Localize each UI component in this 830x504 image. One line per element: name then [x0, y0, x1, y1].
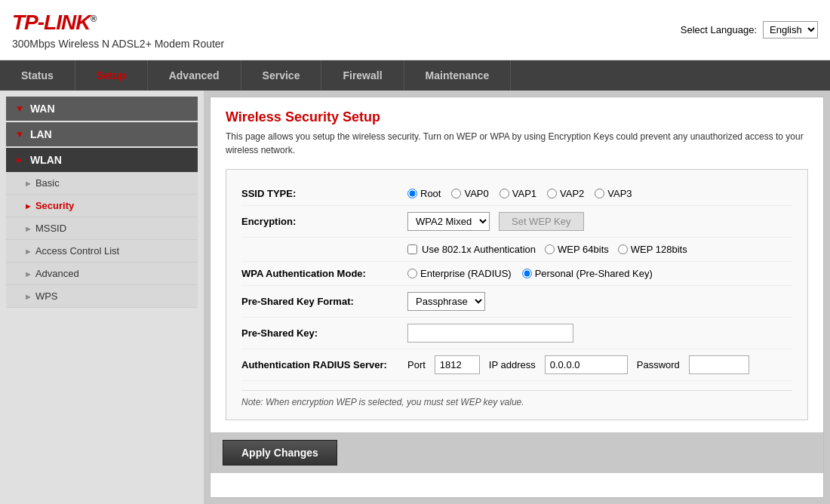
sidebar-item-mssid[interactable]: ►MSSID — [6, 217, 198, 240]
wan-arrow-icon: ▼ — [15, 103, 24, 114]
acl-arrow-icon: ► — [24, 247, 32, 256]
page-title: Wireless Security Setup — [226, 109, 808, 125]
main-content: Wireless Security Setup This page allows… — [210, 97, 824, 498]
encryption-select[interactable]: WPA2 Mixed None WEP WPA WPA2 — [407, 212, 490, 231]
sidebar-wlan-submenu: ►Basic ►Security ►MSSID ►Access Control … — [6, 172, 198, 308]
page-description: This page allows you setup the wireless … — [226, 130, 808, 157]
language-selector[interactable]: Select Language: English — [681, 21, 818, 38]
nav-service[interactable]: Service — [241, 60, 322, 91]
radius-port-input[interactable] — [435, 355, 480, 374]
ssid-root[interactable]: Root — [407, 188, 441, 199]
nav-status[interactable]: Status — [0, 60, 75, 91]
ssid-vap2[interactable]: VAP2 — [547, 188, 584, 199]
sidebar: ▼ WAN ▼ LAN ► WLAN ►Basic ►Security — [0, 91, 204, 504]
psk-row: Pre-Shared Key: — [241, 318, 792, 349]
wpa-personal-radio[interactable] — [522, 269, 532, 278]
nav-firewall[interactable]: Firewall — [321, 60, 404, 91]
sidebar-item-security[interactable]: ►Security — [6, 195, 198, 217]
ssid-type-row: SSID TYPE: Root VAP0 VAP1 VAP2 — [241, 182, 792, 206]
ssid-vap1[interactable]: VAP1 — [500, 188, 536, 199]
sidebar-item-wan[interactable]: ▼ WAN — [6, 97, 198, 121]
wep-64[interactable]: WEP 64bits — [545, 244, 609, 255]
psk-input[interactable] — [407, 324, 573, 343]
ssid-label: SSID TYPE: — [241, 188, 407, 199]
wpa-auth-label: WPA Authentication Mode: — [241, 268, 407, 279]
wps-arrow-icon: ► — [24, 292, 32, 301]
ssid-radio-group: Root VAP0 VAP1 VAP2 VAP3 — [407, 188, 792, 199]
lang-dropdown[interactable]: English — [763, 21, 818, 38]
sidebar-lan-label: LAN — [30, 128, 52, 140]
radius-label: Authentication RADIUS Server: — [241, 359, 407, 370]
psk-label: Pre-Shared Key: — [241, 327, 407, 339]
ssid-root-radio[interactable] — [407, 189, 417, 198]
encryption-control: WPA2 Mixed None WEP WPA WPA2 Set WEP Key — [407, 212, 792, 231]
wpa-personal[interactable]: Personal (Pre-Shared Key) — [522, 268, 653, 279]
ip-label: IP address — [489, 359, 536, 370]
sidebar-item-acl[interactable]: ►Access Control List — [6, 240, 198, 263]
ssid-vap3-radio[interactable] — [595, 189, 604, 198]
sidebar-group-lan: ▼ LAN — [6, 122, 198, 146]
lang-label: Select Language: — [681, 24, 757, 35]
content: ▼ WAN ▼ LAN ► WLAN ►Basic ►Security — [0, 91, 830, 504]
radius-control: Port IP address Password — [407, 355, 792, 374]
security-arrow-icon: ► — [24, 201, 32, 211]
8021x-checkbox[interactable] — [407, 244, 417, 254]
basic-arrow-icon: ► — [24, 179, 32, 188]
wpa-enterprise-radio[interactable] — [407, 269, 417, 278]
set-wep-key-button[interactable]: Set WEP Key — [499, 212, 584, 231]
8021x-label: Use 802.1x Authentication — [422, 244, 536, 255]
nav-setup[interactable]: Setup — [75, 60, 148, 91]
psk-format-control: Passphrase Hex — [407, 292, 792, 311]
apply-changes-button[interactable]: Apply Changes — [223, 440, 337, 466]
ssid-vap1-radio[interactable] — [500, 189, 509, 198]
encryption-row: Encryption: WPA2 Mixed None WEP WPA WPA2… — [241, 206, 792, 238]
subtitle: 300Mbps Wireless N ADSL2+ Modem Router — [12, 38, 224, 50]
sidebar-group-wan: ▼ WAN — [6, 97, 198, 121]
logo: TP-LINK® 300Mbps Wireless N ADSL2+ Modem… — [12, 11, 224, 50]
wpa-auth-control: Enterprise (RADIUS) Personal (Pre-Shared… — [407, 268, 792, 279]
wpa-enterprise[interactable]: Enterprise (RADIUS) — [407, 268, 512, 279]
sidebar-item-lan[interactable]: ▼ LAN — [6, 122, 198, 146]
lan-arrow-icon: ▼ — [15, 129, 24, 140]
wpa-auth-row: WPA Authentication Mode: Enterprise (RAD… — [241, 262, 792, 286]
wlan-arrow-icon: ► — [15, 155, 24, 165]
mssid-arrow-icon: ► — [24, 224, 32, 233]
sidebar-wan-label: WAN — [30, 103, 55, 115]
wep64-radio[interactable] — [545, 244, 555, 254]
logo-text: TP-LINK® — [12, 11, 96, 34]
psk-format-label: Pre-Shared Key Format: — [241, 296, 407, 307]
radius-password-input[interactable] — [689, 355, 749, 374]
nav-advanced[interactable]: Advanced — [148, 60, 241, 91]
psk-control — [407, 324, 792, 343]
8021x-row: Use 802.1x Authentication WEP 64bits WEP… — [241, 238, 792, 262]
note-text: Note: When encryption WEP is selected, y… — [241, 390, 792, 407]
advanced-arrow-icon: ► — [24, 269, 32, 278]
sidebar-item-advanced[interactable]: ►Advanced — [6, 263, 198, 285]
psk-format-select[interactable]: Passphrase Hex — [407, 292, 485, 311]
form-section: SSID TYPE: Root VAP0 VAP1 VAP2 — [226, 169, 808, 420]
encryption-label: Encryption: — [241, 216, 407, 227]
sidebar-wlan-label: WLAN — [30, 154, 62, 166]
wep128-radio[interactable] — [618, 244, 628, 254]
nav-maintenance[interactable]: Maintenance — [404, 60, 512, 91]
radius-row: Authentication RADIUS Server: Port IP ad… — [241, 349, 792, 381]
sidebar-item-basic[interactable]: ►Basic — [6, 172, 198, 195]
password-label: Password — [637, 359, 680, 370]
port-label: Port — [407, 359, 426, 370]
ssid-vap0-radio[interactable] — [451, 189, 461, 198]
footer: Apply Changes — [211, 432, 823, 473]
wep-128[interactable]: WEP 128bits — [618, 244, 687, 255]
main-nav: Status Setup Advanced Service Firewall M… — [0, 60, 830, 91]
sidebar-item-wps[interactable]: ►WPS — [6, 285, 198, 308]
ssid-vap0[interactable]: VAP0 — [451, 188, 488, 199]
header: TP-LINK® 300Mbps Wireless N ADSL2+ Modem… — [0, 0, 830, 60]
sidebar-item-wlan[interactable]: ► WLAN — [6, 148, 198, 172]
8021x-control: Use 802.1x Authentication WEP 64bits WEP… — [407, 244, 792, 255]
8021x-checkbox-label[interactable]: Use 802.1x Authentication — [407, 244, 536, 255]
sidebar-group-wlan: ► WLAN ►Basic ►Security ►MSSID ►Access C… — [6, 148, 198, 308]
psk-format-row: Pre-Shared Key Format: Passphrase Hex — [241, 286, 792, 318]
ssid-vap2-radio[interactable] — [547, 189, 557, 198]
radius-ip-input[interactable] — [545, 355, 628, 374]
ssid-vap3[interactable]: VAP3 — [595, 188, 632, 199]
